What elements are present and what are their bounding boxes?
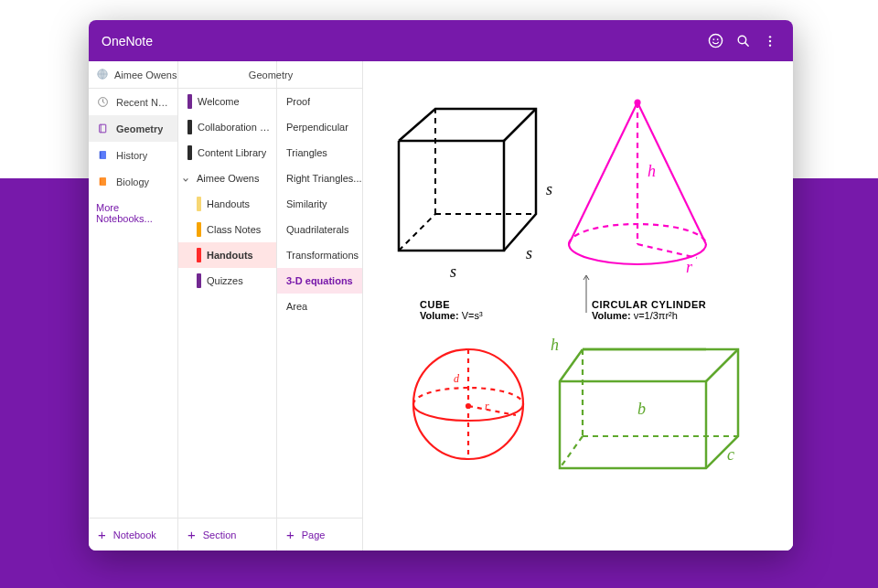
pages-column: Proof Perpendicular Triangles Right Tria… — [277, 61, 363, 551]
sections-header-label: Geometry — [249, 69, 293, 80]
svg-point-7 — [769, 44, 771, 46]
svg-point-1 — [712, 38, 714, 40]
svg-line-16 — [504, 109, 536, 141]
cone-formula-label: Volume: — [592, 310, 631, 321]
app-title: OneNote — [102, 34, 153, 48]
cone-formula: v=1/3πr²h — [634, 310, 678, 321]
pg-label: Triangles — [286, 147, 327, 158]
nb-recent-notes[interactable]: Recent Notes — [89, 89, 177, 115]
cone-title: CIRCULAR CYLINDER — [592, 299, 706, 310]
nb-label: Biology — [116, 176, 149, 187]
svg-point-22 — [636, 101, 640, 105]
sec-label: Collaboration Sp... — [198, 122, 276, 133]
pg-right-triangles[interactable]: Right Triangles... — [277, 166, 362, 191]
nb-history[interactable]: History — [89, 142, 177, 168]
pg-perpendicular[interactable]: Perpendicular — [277, 114, 362, 140]
add-page-label: Page — [302, 529, 326, 540]
sphere-d: d — [454, 372, 459, 386]
settings-icon[interactable] — [760, 31, 780, 51]
pg-transformations[interactable]: Transformations — [277, 242, 362, 268]
note-canvas[interactable]: s s s CUBE Volume: V=s³ — [363, 61, 793, 551]
cube-s-bottom: s — [450, 262, 456, 282]
body: Aimee Owens Recent Notes Geometry — [89, 61, 793, 551]
sections-header: Geometry — [178, 61, 363, 89]
svg-point-27 — [466, 404, 470, 408]
nb-label: Recent Notes — [116, 97, 172, 108]
svg-line-4 — [744, 43, 748, 47]
notebooks-header[interactable]: Aimee Owens — [89, 61, 177, 89]
sec-label: Handouts — [207, 198, 250, 209]
smile-icon[interactable] — [705, 31, 725, 51]
svg-line-29 — [706, 349, 738, 381]
svg-line-33 — [560, 436, 583, 468]
pg-label: 3-D equations — [286, 275, 353, 286]
sec-aimee-owens[interactable]: Aimee Owens — [178, 166, 276, 191]
cube-s-bottomr: s — [526, 244, 532, 263]
nb-geometry[interactable]: Geometry — [89, 115, 177, 142]
svg-point-0 — [709, 34, 722, 47]
cube-shape — [385, 100, 541, 260]
pg-3d-equations[interactable]: 3-D equations — [277, 268, 362, 294]
cube-formula: V=s³ — [462, 310, 483, 321]
sec-label: Content Library — [198, 147, 266, 158]
svg-rect-15 — [101, 177, 105, 186]
nb-label: History — [116, 150, 147, 161]
cone-caption: CIRCULAR CYLINDER Volume: v=1/3πr²h — [592, 299, 706, 321]
notebooks-column: Aimee Owens Recent Notes Geometry — [89, 61, 178, 551]
svg-line-17 — [399, 214, 435, 251]
svg-rect-13 — [101, 151, 105, 159]
sec-label: Class Notes — [207, 224, 261, 235]
sec-handouts-2[interactable]: Handouts — [178, 242, 276, 268]
arrow-icon — [582, 272, 591, 313]
sec-collab[interactable]: Collaboration Sp... — [178, 114, 276, 140]
pg-triangles[interactable]: Triangles — [277, 140, 362, 166]
sec-label: Aimee Owens — [197, 173, 259, 184]
swatch-icon — [197, 248, 201, 262]
plus-icon: + — [286, 528, 294, 541]
notebooks-header-label: Aimee Owens — [114, 69, 177, 80]
add-notebook-label: Notebook — [113, 529, 156, 540]
book-purple-icon — [96, 123, 109, 135]
pg-label: Similarity — [286, 198, 327, 209]
sec-label: Quizzes — [207, 275, 243, 286]
svg-point-6 — [769, 39, 771, 41]
nb-biology[interactable]: Biology — [89, 168, 177, 195]
sec-content-library[interactable]: Content Library — [178, 140, 276, 166]
canvas-column: s s s CUBE Volume: V=s³ — [363, 61, 793, 551]
swatch-icon — [197, 197, 201, 211]
sec-quizzes[interactable]: Quizzes — [178, 268, 276, 294]
sec-class-notes[interactable]: Class Notes — [178, 217, 276, 242]
cone-shape — [555, 93, 720, 276]
sec-handouts-1[interactable]: Handouts — [178, 191, 276, 217]
titlebar: OneNote — [89, 20, 793, 61]
pg-similarity[interactable]: Similarity — [277, 191, 362, 217]
prism-b: b — [637, 400, 646, 419]
more-notebooks[interactable]: More Notebooks... — [89, 195, 177, 231]
svg-line-26 — [468, 406, 516, 415]
swatch-icon — [197, 222, 201, 237]
add-section[interactable]: + Section — [178, 518, 276, 551]
svg-point-2 — [716, 38, 718, 40]
pg-label: Transformations — [286, 250, 359, 261]
search-icon[interactable] — [733, 31, 753, 51]
cone-h: h — [648, 162, 656, 181]
swatch-icon — [187, 94, 192, 109]
book-orange-icon — [96, 176, 109, 188]
sec-label: Handouts — [207, 250, 253, 261]
pg-label: Area — [286, 301, 307, 312]
pages-list: Proof Perpendicular Triangles Right Tria… — [277, 89, 362, 518]
book-blue-icon — [96, 149, 109, 162]
sec-label: Welcome — [198, 96, 240, 107]
add-page[interactable]: + Page — [277, 518, 362, 551]
pg-proof[interactable]: Proof — [277, 89, 362, 114]
pg-quadrilaterals[interactable]: Quadrilaterals — [277, 217, 362, 242]
sec-welcome[interactable]: Welcome — [178, 89, 276, 114]
add-notebook[interactable]: + Notebook — [89, 518, 177, 551]
sections-column: Geometry Welcome Collaboration Sp... Con… — [178, 61, 277, 551]
svg-rect-10 — [99, 124, 105, 133]
sphere-shape — [404, 340, 532, 468]
notebooks-list: Recent Notes Geometry History — [89, 89, 177, 518]
pg-area[interactable]: Area — [277, 294, 362, 319]
plus-icon: + — [98, 528, 106, 541]
pg-label: Quadrilaterals — [286, 224, 348, 235]
